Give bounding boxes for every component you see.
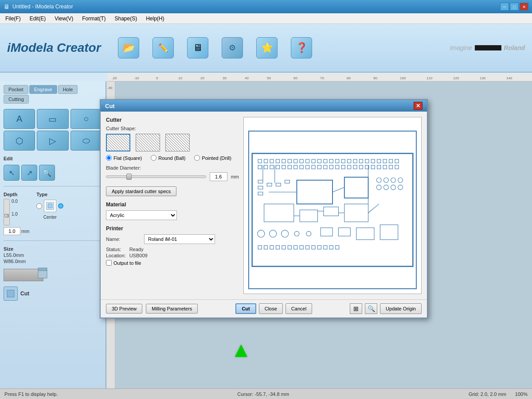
cutter-shapes	[106, 134, 239, 151]
dialog-close-button[interactable]: ✕	[414, 102, 422, 110]
material-section: Material Acrylic Foam Wood Wax PCB	[106, 201, 239, 220]
svg-rect-22	[353, 159, 357, 163]
apply-cutter-button[interactable]: Apply stardard cutter specs	[106, 186, 176, 196]
printer-name-select[interactable]: Roland iM-01	[144, 234, 215, 244]
svg-rect-72	[324, 207, 339, 216]
svg-rect-52	[389, 165, 393, 169]
svg-rect-73	[344, 204, 368, 222]
edit-button[interactable]: ✏️	[153, 37, 174, 58]
svg-rect-86	[276, 246, 279, 249]
menu-help[interactable]: Help(H)	[142, 15, 168, 23]
maximize-button[interactable]: □	[510, 3, 519, 11]
svg-rect-9	[276, 159, 279, 163]
material-select[interactable]: Acrylic Foam Wood Wax PCB	[106, 210, 177, 220]
status-right: Grid: 2.0, 2.0 mm 100%	[469, 391, 528, 397]
svg-rect-26	[377, 159, 381, 163]
help-button[interactable]: ❓	[291, 37, 312, 58]
help-tool[interactable]: ❓	[291, 37, 312, 58]
menu-file[interactable]: File(F)	[2, 15, 24, 23]
dialog-preview-panel	[243, 117, 422, 294]
footer-right-buttons: ⊞ 🔍 Update Origin	[350, 303, 422, 314]
svg-rect-87	[282, 246, 286, 249]
radio-round[interactable]: Round (Ball)	[151, 155, 185, 161]
svg-point-78	[306, 231, 311, 236]
fit-view-button[interactable]: ⊞	[350, 303, 362, 314]
pcb-preview	[248, 131, 417, 289]
view-button[interactable]: 🖥	[187, 37, 208, 58]
format-tool[interactable]: ⚙	[222, 37, 243, 58]
printer-name-row: Name: Roland iM-01	[106, 234, 239, 244]
menu-shape[interactable]: Shape(S)	[111, 15, 141, 23]
menu-edit[interactable]: Edit(E)	[26, 15, 50, 23]
format-button[interactable]: ⚙	[222, 37, 243, 58]
printer-heading: Printer	[106, 225, 239, 232]
svg-rect-28	[389, 159, 393, 163]
cutter-shape-round[interactable]	[136, 134, 160, 151]
zoom-text: 100%	[515, 391, 528, 397]
app-title: iModela Creator	[7, 41, 105, 55]
cutter-shape-pointed[interactable]	[165, 134, 190, 151]
cutter-shape-flat[interactable]	[106, 134, 130, 151]
svg-rect-91	[306, 246, 309, 249]
location-value: USB009	[129, 253, 239, 258]
view-tool[interactable]: 🖥	[187, 37, 208, 58]
dialog-titlebar: Cut ✕	[101, 100, 427, 112]
edit-tool[interactable]: ✏️	[153, 37, 174, 58]
printer-section: Printer Name: Roland iM-01 Status: Ready…	[106, 225, 239, 266]
blade-value-input[interactable]	[210, 172, 227, 181]
svg-rect-31	[264, 165, 268, 169]
menu-format[interactable]: Format(T)	[78, 15, 109, 23]
svg-rect-34	[282, 165, 286, 169]
output-file-input[interactable]	[106, 260, 112, 266]
menu-bar: File(F) Edit(E) View(V) Format(T) Shape(…	[0, 13, 532, 24]
output-to-file-checkbox[interactable]: Output to file	[106, 260, 141, 266]
svg-rect-38	[306, 165, 309, 169]
minimize-button[interactable]: ─	[500, 3, 509, 11]
radio-round-input[interactable]	[151, 155, 156, 161]
svg-point-62	[376, 178, 381, 182]
app-title-area: iModela Creator	[7, 41, 105, 55]
blade-slider-thumb[interactable]	[126, 174, 132, 180]
radio-pointed-input[interactable]	[194, 155, 200, 161]
svg-rect-37	[300, 165, 303, 169]
menu-view[interactable]: View(V)	[51, 15, 77, 23]
radio-pointed[interactable]: Pointed (Drill)	[194, 155, 231, 161]
svg-rect-35	[288, 165, 291, 169]
preview-button[interactable]: 3D Preview	[106, 304, 142, 314]
blade-slider-track[interactable]	[106, 175, 206, 178]
dialog-body: Cutter Cutter Shape:	[101, 112, 427, 299]
shape-tool[interactable]: ⭐	[256, 37, 278, 58]
svg-rect-90	[300, 246, 303, 249]
close-dialog-button[interactable]: Close	[259, 303, 283, 314]
svg-rect-20	[341, 159, 345, 163]
update-origin-button[interactable]: Update Origin	[380, 303, 422, 314]
svg-rect-45	[348, 165, 351, 169]
svg-rect-79	[321, 228, 332, 236]
svg-rect-7	[264, 159, 268, 163]
cancel-button[interactable]: Cancel	[286, 303, 312, 314]
open-button[interactable]: 📂	[118, 37, 139, 58]
svg-rect-55	[344, 177, 368, 198]
radio-flat-input[interactable]	[106, 155, 112, 161]
zoom-button[interactable]: 🔍	[365, 303, 377, 314]
toolbar: iModela Creator 📂 ✏️ 🖥 ⚙ ⭐ ❓ Imagine Rol…	[0, 24, 532, 73]
status-bar: Press F1 to display help. Cursor: -55.7,…	[0, 388, 532, 399]
svg-point-76	[282, 230, 289, 237]
close-window-button[interactable]: ✕	[520, 3, 528, 11]
svg-rect-19	[336, 159, 339, 163]
material-dropdown-row: Acrylic Foam Wood Wax PCB	[106, 210, 239, 220]
cutter-heading: Cutter	[106, 117, 239, 123]
dialog-left-column: Cutter Cutter Shape:	[106, 117, 239, 294]
title-bar-controls[interactable]: ─ □ ✕	[500, 3, 528, 11]
svg-point-75	[270, 230, 277, 237]
svg-rect-23	[359, 159, 363, 163]
milling-parameters-button[interactable]: Milling Parameters	[146, 304, 198, 314]
cut-confirm-button[interactable]: Cut	[235, 303, 256, 314]
svg-rect-53	[395, 165, 399, 169]
printer-details: Status: Ready Location: USB009	[106, 247, 239, 258]
svg-rect-81	[356, 228, 374, 240]
shape-button[interactable]: ⭐	[256, 37, 278, 58]
status-label: Status:	[106, 247, 126, 252]
radio-flat[interactable]: Flat (Square)	[106, 155, 142, 161]
file-open-tool[interactable]: 📂	[118, 37, 139, 58]
